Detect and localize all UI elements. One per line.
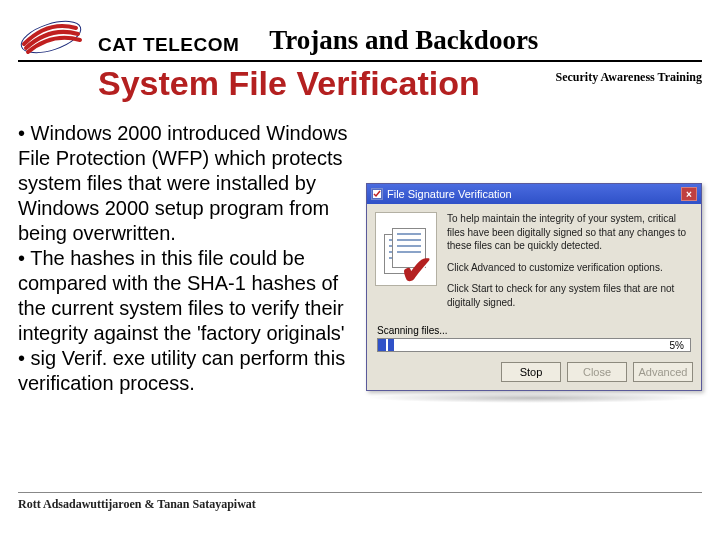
title-row: System File Verification Security Awaren…: [18, 64, 702, 103]
dialog-title: File Signature Verification: [387, 188, 512, 200]
corner-note: Security Awareness Training: [556, 70, 702, 85]
topic-title: Trojans and Backdoors: [269, 25, 702, 60]
close-icon[interactable]: ×: [681, 187, 697, 201]
screenshot-wrap: File Signature Verification × ✔ To help …: [366, 121, 702, 403]
bullet-list: • Windows 2000 introduced Windows File P…: [18, 121, 366, 403]
progress-bar: 5%: [377, 338, 691, 352]
dialog-body: ✔ To help maintain the integrity of your…: [367, 204, 701, 323]
progress-fill: [378, 339, 394, 351]
dialog-hint-start: Click Start to check for any system file…: [447, 282, 691, 309]
dialog-hero-icon: ✔: [375, 212, 437, 286]
progress-percent: 5%: [670, 339, 684, 353]
scanning-label: Scanning files...: [377, 325, 691, 336]
dialog-titlebar: File Signature Verification ×: [367, 184, 701, 204]
close-button[interactable]: Close: [567, 362, 627, 382]
dialog-button-row: Stop Close Advanced: [367, 356, 701, 390]
logo-swoosh-icon: [18, 14, 84, 60]
bullet-item: • Windows 2000 introduced Windows File P…: [18, 121, 360, 246]
slide: CAT TELECOM Trojans and Backdoors System…: [0, 0, 720, 540]
logo: CAT TELECOM: [18, 14, 269, 60]
footer-authors: Rott Adsadawuttijaroen & Tanan Satayapiw…: [18, 497, 256, 511]
bullet-item: • sig Verif. exe utility can perform thi…: [18, 346, 360, 396]
dialog-intro: To help maintain the integrity of your s…: [447, 212, 691, 253]
dialog-window: File Signature Verification × ✔ To help …: [366, 183, 702, 391]
dialog-hint-advanced: Click Advanced to customize verification…: [447, 261, 691, 275]
bullet-item: • The hashes in this file could be compa…: [18, 246, 360, 346]
header: CAT TELECOM Trojans and Backdoors: [18, 14, 702, 62]
stop-button[interactable]: Stop: [501, 362, 561, 382]
screenshot-shadow: [366, 393, 702, 403]
scan-row: Scanning files... 5%: [367, 323, 701, 356]
footer: Rott Adsadawuttijaroen & Tanan Satayapiw…: [18, 492, 702, 512]
body: • Windows 2000 introduced Windows File P…: [18, 121, 702, 403]
app-icon: [371, 188, 383, 200]
checkmark-icon: ✔: [400, 258, 434, 282]
brand-name: CAT TELECOM: [98, 34, 239, 60]
advanced-button[interactable]: Advanced: [633, 362, 693, 382]
dialog-text: To help maintain the integrity of your s…: [447, 212, 691, 317]
